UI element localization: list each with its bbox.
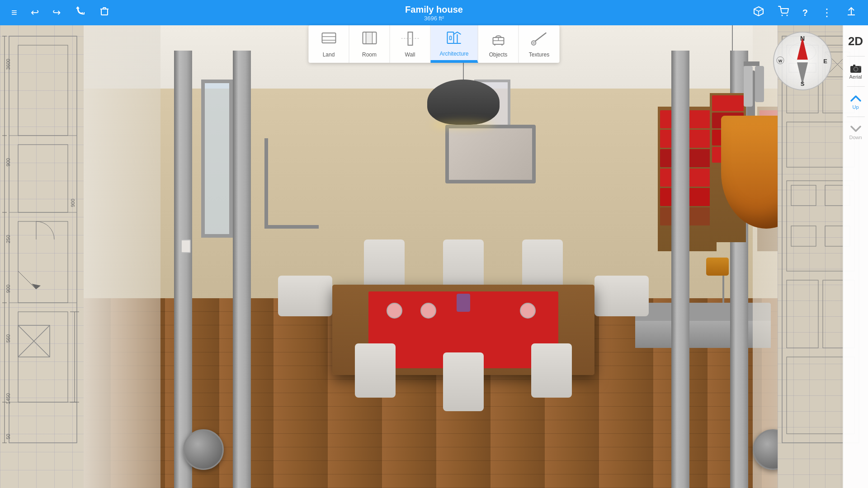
compass-west-label: W xyxy=(776,56,784,66)
right-panel: 2D Aerial Up xyxy=(843,25,868,488)
room-icon xyxy=(360,31,378,50)
textures-icon xyxy=(530,31,548,50)
svg-point-76 xyxy=(533,42,535,44)
curtain-left xyxy=(84,25,160,488)
svg-point-55 xyxy=(781,15,783,16)
chair-bottom-center xyxy=(443,352,484,411)
sofa xyxy=(635,303,771,348)
svg-rect-65 xyxy=(448,32,454,43)
objects-label: Objects xyxy=(489,52,508,58)
svg-rect-46 xyxy=(101,9,108,15)
pillar-left-2 xyxy=(233,51,251,488)
svg-point-56 xyxy=(786,15,788,16)
svg-rect-62 xyxy=(366,32,372,44)
svg-line-21 xyxy=(18,271,36,289)
pillar-right-2 xyxy=(671,51,689,488)
chevron-up-icon xyxy=(849,94,862,104)
room-label: Room xyxy=(362,52,377,58)
compass: N S E W xyxy=(773,32,832,90)
header-center: Family house 3696 ft² xyxy=(145,4,723,22)
header-bar: ≡ ↩ ↪ Family house 3696 ft² xyxy=(0,0,868,25)
expand-icon[interactable] xyxy=(844,4,859,22)
toolbar: Land Room Wall xyxy=(308,25,559,63)
architecture-label: Architecture xyxy=(439,51,468,57)
clothes-rack-bar xyxy=(744,61,760,66)
toolbar-item-land[interactable]: Land xyxy=(308,25,349,63)
scale-900-2: 900 xyxy=(5,285,11,293)
svg-rect-58 xyxy=(322,33,335,43)
joystick-left[interactable] xyxy=(183,429,224,470)
compass-east-label: E xyxy=(823,58,827,65)
svg-point-79 xyxy=(854,68,857,70)
pillar-left-1 xyxy=(174,51,192,488)
chair-side-right xyxy=(594,276,649,316)
toolbar-item-textures[interactable]: Textures xyxy=(519,25,560,63)
panel-divider-1 xyxy=(847,56,865,56)
header-left-controls: ≡ ↩ ↪ xyxy=(9,3,145,23)
land-icon xyxy=(320,31,338,50)
svg-rect-81 xyxy=(859,66,861,67)
scale-3600-1: 3600 xyxy=(5,59,11,70)
btn-up[interactable]: Up xyxy=(844,90,867,113)
scale-250: 250 xyxy=(5,235,11,243)
cube-3d-icon[interactable] xyxy=(750,3,767,22)
scale-1450: 1450 xyxy=(5,393,11,404)
scale-900-3: 900 xyxy=(70,199,75,207)
svg-rect-66 xyxy=(450,36,452,40)
btn-down[interactable]: Down xyxy=(844,121,867,143)
chevron-down-icon xyxy=(849,124,862,135)
more-options-icon[interactable]: ⋮ xyxy=(819,4,835,21)
btn-2d[interactable]: 2D xyxy=(844,30,867,52)
scale-50: 50 xyxy=(5,434,11,439)
architecture-icon xyxy=(445,30,463,49)
svg-rect-37 xyxy=(791,185,816,206)
window-left xyxy=(201,80,233,238)
compass-south-label: S xyxy=(801,80,805,87)
down-label: Down xyxy=(849,135,862,140)
toolbar-item-room[interactable]: Room xyxy=(349,25,390,63)
svg-rect-0 xyxy=(9,36,77,443)
compass-north-label: N xyxy=(800,35,805,42)
panel-divider-2 xyxy=(847,86,865,87)
trash-icon[interactable] xyxy=(97,4,112,21)
land-label: Land xyxy=(323,52,335,58)
light-switch xyxy=(181,239,191,253)
svg-rect-3 xyxy=(18,221,68,303)
scale-900-1: 900 xyxy=(5,158,11,166)
menu-icon[interactable]: ≡ xyxy=(9,5,19,21)
cart-icon[interactable] xyxy=(776,4,791,22)
left-sidebar: 3600 900 250 900 560 1450 50 900 xyxy=(0,0,84,488)
scale-560: 560 xyxy=(5,334,11,343)
chair-bottom-left xyxy=(355,343,396,398)
wall-tv xyxy=(445,125,536,183)
objects-icon xyxy=(489,31,507,50)
svg-text:W: W xyxy=(778,59,783,63)
up-label: Up xyxy=(852,104,859,110)
panel-divider-3 xyxy=(847,117,865,117)
app-title: Family house xyxy=(145,4,723,15)
svg-rect-1 xyxy=(18,45,68,136)
svg-rect-39 xyxy=(791,226,816,246)
compass-circle: N S E W xyxy=(773,32,832,90)
svg-rect-80 xyxy=(853,65,855,66)
header-right-controls: ? ⋮ xyxy=(723,3,859,22)
wall-label: Wall xyxy=(405,52,415,58)
chair-side-left xyxy=(278,276,332,316)
2d-label: 2D xyxy=(848,34,863,48)
svg-marker-22 xyxy=(32,284,41,289)
undo-icon[interactable]: ↩ xyxy=(28,5,41,21)
app-subtitle: 3696 ft² xyxy=(145,15,723,22)
help-icon[interactable]: ? xyxy=(800,5,810,20)
stair-rail xyxy=(264,138,319,229)
main-3d-view[interactable] xyxy=(84,25,843,488)
magnet-icon[interactable] xyxy=(72,3,88,23)
hanging-item-2 xyxy=(744,66,753,107)
redo-icon[interactable]: ↪ xyxy=(50,5,63,21)
btn-aerial[interactable]: Aerial xyxy=(844,60,867,83)
aerial-label: Aerial xyxy=(849,74,862,80)
toolbar-item-objects[interactable]: Objects xyxy=(478,25,519,63)
toolbar-item-architecture[interactable]: Architecture xyxy=(430,25,478,63)
toolbar-item-wall[interactable]: Wall xyxy=(390,25,430,63)
svg-line-53 xyxy=(759,9,763,11)
svg-line-52 xyxy=(754,9,759,11)
